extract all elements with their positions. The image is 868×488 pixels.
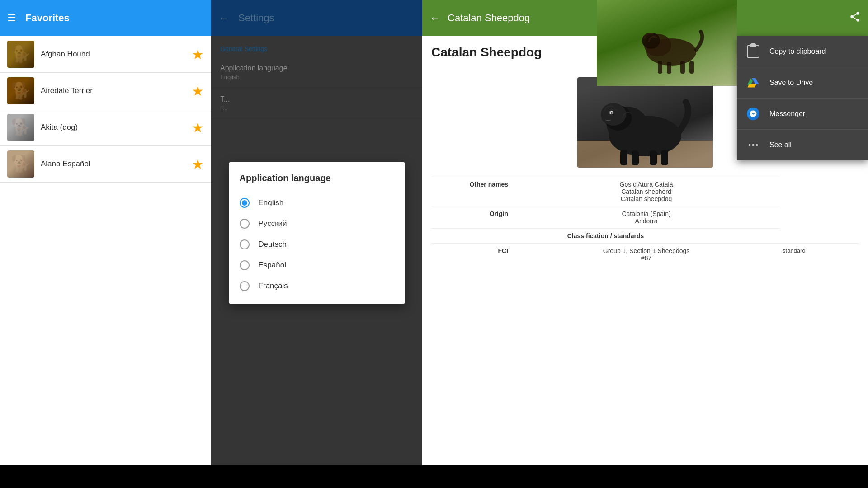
radio-inner xyxy=(242,200,247,206)
detail-info-table: Other names Gos d'Atura CatalàCatalan sh… xyxy=(431,177,859,265)
radio-espanol[interactable] xyxy=(240,260,250,270)
list-item[interactable]: 🐕 Airedale Terrier ★ xyxy=(0,73,211,109)
language-label-francais: Français xyxy=(259,282,288,291)
other-names-value: Gos d'Atura CatalàCatalan shepherdCatala… xyxy=(513,177,780,206)
drive-icon xyxy=(746,75,760,90)
svg-point-8 xyxy=(752,144,755,146)
svg-point-2 xyxy=(642,33,660,49)
language-label-espanol: Español xyxy=(259,261,286,270)
svg-rect-3 xyxy=(658,61,662,74)
bottom-bar xyxy=(422,465,868,488)
dog-name: Airedale Terrier xyxy=(41,86,185,95)
share-label-drive: Save to Drive xyxy=(769,79,813,87)
favorite-star[interactable]: ★ xyxy=(192,120,204,136)
share-popup: Copy to clipboard Save to Drive Mess xyxy=(737,36,868,160)
list-item[interactable]: 🐕 Akita (dog) ★ xyxy=(0,109,211,146)
share-label-see-all: See all xyxy=(769,141,792,149)
svg-rect-18 xyxy=(661,150,668,165)
dialog-title: Application language xyxy=(240,173,394,183)
language-option-espanol[interactable]: Español xyxy=(240,255,394,276)
bottom-bar xyxy=(0,465,211,488)
share-item-clipboard[interactable]: Copy to clipboard xyxy=(737,36,868,67)
radio-russian[interactable] xyxy=(240,219,250,229)
detail-header: ← Catalan Sheepdog xyxy=(422,0,868,36)
svg-point-7 xyxy=(749,144,751,146)
dog-name: Alano Español xyxy=(41,160,185,169)
share-label-clipboard: Copy to clipboard xyxy=(769,47,826,56)
share-label-messenger: Messenger xyxy=(769,110,805,118)
dog-silhouette-svg xyxy=(622,7,712,79)
svg-rect-6 xyxy=(689,61,694,74)
dog-name: Akita (dog) xyxy=(41,123,185,132)
favorites-panel: ☰ Favorites 🐕 Afghan Hound ★ 🐕 Airedale … xyxy=(0,0,211,488)
language-option-english[interactable]: English xyxy=(240,192,394,213)
clipboard-icon xyxy=(746,44,760,59)
detail-back-icon[interactable]: ← xyxy=(429,12,440,24)
share-icon[interactable] xyxy=(849,11,861,25)
list-item[interactable]: 🐕 Alano Español ★ xyxy=(0,146,211,183)
bottom-bar xyxy=(211,465,422,488)
language-label-russian: Русский xyxy=(259,219,287,228)
other-names-label: Other names xyxy=(431,177,513,206)
language-label-english: English xyxy=(259,198,284,207)
hamburger-icon[interactable]: ☰ xyxy=(7,12,16,24)
favorite-star[interactable]: ★ xyxy=(192,47,204,62)
dog-thumbnail: 🐕 xyxy=(7,41,34,68)
header-dog-image xyxy=(597,0,737,86)
share-item-see-all[interactable]: See all xyxy=(737,130,868,160)
radio-english[interactable] xyxy=(240,198,250,208)
detail-dog-photo xyxy=(577,77,713,168)
list-item[interactable]: 🐕 Afghan Hound ★ xyxy=(0,36,211,73)
language-option-deutsch[interactable]: Deutsch xyxy=(240,234,394,255)
svg-point-21 xyxy=(602,115,614,122)
language-label-deutsch: Deutsch xyxy=(259,240,287,249)
classification-header: Classification / standards xyxy=(431,229,780,244)
favorites-header: ☰ Favorites xyxy=(0,0,211,36)
dog-photo-svg xyxy=(577,77,713,168)
dog-thumbnail: 🐕 xyxy=(7,150,34,178)
dog-name: Afghan Hound xyxy=(41,50,185,59)
svg-point-9 xyxy=(756,144,758,146)
messenger-icon xyxy=(746,107,760,121)
more-icon xyxy=(746,138,760,152)
language-dialog: Application language English Русский Deu… xyxy=(229,162,405,304)
radio-deutsch[interactable] xyxy=(240,239,250,249)
settings-panel: ← Settings General Settings Application … xyxy=(211,0,422,488)
language-option-francais[interactable]: Français xyxy=(240,276,394,296)
radio-francais[interactable] xyxy=(240,281,250,291)
fci-value: Group 1, Section 1 Sheepdogs#87 xyxy=(513,244,780,266)
origin-value: Catalonia (Spain)Andorra xyxy=(513,206,780,229)
share-item-messenger[interactable]: Messenger xyxy=(737,99,868,130)
fci-suffix: standard xyxy=(780,244,859,266)
share-item-drive[interactable]: Save to Drive xyxy=(737,67,868,99)
svg-point-20 xyxy=(611,112,613,114)
favorite-star[interactable]: ★ xyxy=(192,83,204,99)
svg-rect-5 xyxy=(680,61,685,74)
svg-rect-15 xyxy=(620,150,627,165)
fci-label: FCI xyxy=(431,244,513,266)
dog-thumbnail: 🐕 xyxy=(7,77,34,104)
language-option-russian[interactable]: Русский xyxy=(240,213,394,234)
favorite-star[interactable]: ★ xyxy=(192,156,204,172)
dog-thumbnail: 🐕 xyxy=(7,114,34,141)
origin-label: Origin xyxy=(431,206,513,229)
svg-rect-16 xyxy=(632,150,639,165)
dialog-overlay: Application language English Русский Deu… xyxy=(211,0,422,465)
svg-rect-4 xyxy=(667,62,671,74)
detail-panel: ← Catalan Sheepdog xyxy=(422,0,868,488)
favorites-title: Favorites xyxy=(25,12,70,24)
svg-rect-17 xyxy=(650,150,657,165)
favorites-list: 🐕 Afghan Hound ★ 🐕 Airedale Terrier ★ 🐕 … xyxy=(0,36,211,465)
